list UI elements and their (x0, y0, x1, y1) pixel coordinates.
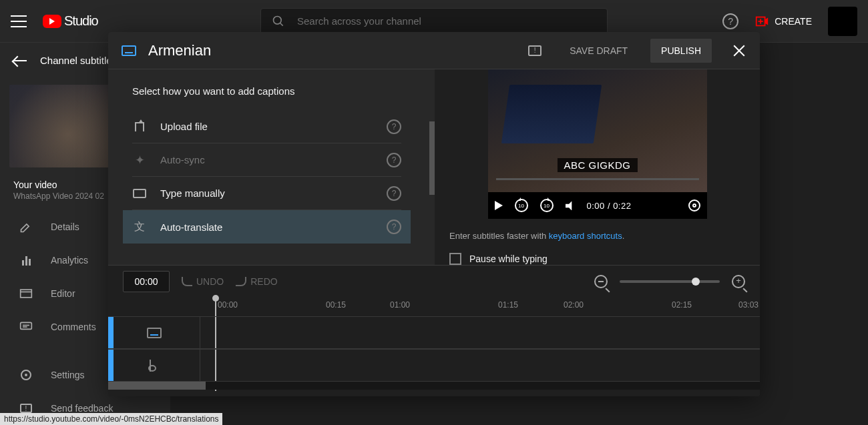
analytics-icon (19, 253, 33, 268)
keyboard-shortcuts-hint: Enter subtitles faster with keyboard sho… (449, 231, 624, 241)
caption-prompt: Select how you want to add captions (108, 69, 435, 110)
close-icon[interactable] (732, 43, 746, 58)
modal-feedback-icon[interactable]: ! (528, 45, 541, 56)
save-draft-button[interactable]: SAVE DRAFT (559, 39, 638, 63)
zoom-out-button[interactable] (594, 275, 608, 288)
back-arrow-icon (13, 60, 27, 61)
pause-while-typing-checkbox[interactable]: Pause while typing (449, 253, 548, 265)
comments-icon (19, 320, 33, 334)
option-type-manually[interactable]: Type manually ? (132, 177, 401, 210)
redo-button[interactable]: REDO (236, 276, 277, 287)
checkbox-icon (449, 253, 461, 265)
create-button[interactable]: CREATE (754, 14, 812, 29)
scrollbar[interactable] (429, 121, 435, 195)
search-input[interactable] (297, 15, 596, 27)
svg-point-0 (274, 16, 282, 24)
video-settings-icon[interactable] (688, 199, 700, 211)
help-icon[interactable]: ? (387, 186, 401, 201)
gear-icon (19, 368, 33, 382)
forward-10-button[interactable]: 10 (540, 199, 554, 212)
keyboard-icon (132, 186, 147, 201)
svg-line-1 (280, 23, 283, 25)
progress-bar[interactable] (496, 178, 699, 180)
option-auto-sync: ✦ Auto-sync ? (132, 143, 401, 177)
ruler-tick: 02:00 (564, 300, 584, 310)
account-avatar[interactable] (828, 7, 857, 36)
modal-title: Armenian (148, 42, 516, 59)
editor-icon (19, 286, 33, 301)
subtitle-editor-modal: Armenian ! SAVE DRAFT PUBLISH Select how… (108, 32, 760, 396)
zoom-in-button[interactable] (732, 275, 745, 288)
option-auto-translate[interactable]: 文 Auto-translate ? (123, 210, 411, 244)
keyboard-shortcuts-link[interactable]: keyboard shortcuts (549, 231, 622, 241)
play-button[interactable] (495, 201, 503, 210)
create-label: CREATE (775, 16, 812, 27)
undo-icon (182, 277, 192, 286)
studio-logo[interactable]: Studio (43, 13, 98, 29)
logo-text: Studio (64, 13, 98, 29)
horizontal-scrollbar[interactable] (108, 382, 760, 390)
captions-icon (122, 45, 136, 56)
translate-icon: 文 (132, 220, 147, 234)
details-icon (19, 220, 33, 234)
ruler-tick: 02:15 (672, 300, 692, 310)
zoom-slider[interactable] (620, 280, 720, 283)
caption-track[interactable] (108, 316, 760, 349)
status-bar-url: https://studio.youtube.com/video/-0msN2E… (0, 413, 222, 425)
youtube-icon (43, 15, 61, 28)
help-icon[interactable]: ? (722, 13, 738, 29)
search-box[interactable] (260, 8, 608, 35)
ruler-tick: 01:15 (498, 300, 518, 310)
svg-rect-7 (21, 322, 32, 329)
back-label: Channel subtitles (40, 55, 117, 66)
svg-rect-5 (21, 290, 32, 298)
rewind-10-button[interactable]: 10 (515, 199, 528, 212)
ruler-tick: 00:15 (326, 300, 346, 310)
autosync-icon: ✦ (132, 153, 147, 167)
audio-track-icon (150, 360, 159, 372)
help-icon[interactable]: ? (387, 119, 401, 134)
ruler-tick: 00:00 (218, 300, 238, 310)
caption-overlay: ABC GIGKDG (557, 158, 637, 172)
upload-icon (132, 119, 147, 134)
volume-icon[interactable] (566, 201, 575, 210)
video-time: 0:00 / 0:22 (587, 201, 632, 211)
audio-track[interactable] (108, 349, 760, 382)
help-icon[interactable]: ? (387, 153, 401, 167)
time-input[interactable]: 00:00 (123, 271, 170, 292)
option-upload-file[interactable]: Upload file ? (132, 110, 401, 143)
create-icon (754, 14, 769, 29)
search-icon (272, 15, 285, 28)
hamburger-menu[interactable] (11, 15, 27, 27)
timeline-ruler[interactable]: 00:0000:1501:0001:1502:0002:1503:03 (215, 298, 760, 316)
ruler-tick: 03:03 (738, 300, 758, 310)
ruler-tick: 01:00 (390, 300, 410, 310)
captions-track-icon (147, 328, 162, 338)
undo-button[interactable]: UNDO (182, 276, 224, 287)
publish-button[interactable]: PUBLISH (650, 39, 712, 63)
video-preview[interactable]: ABC GIGKDG (488, 69, 707, 192)
redo-icon (236, 277, 246, 286)
